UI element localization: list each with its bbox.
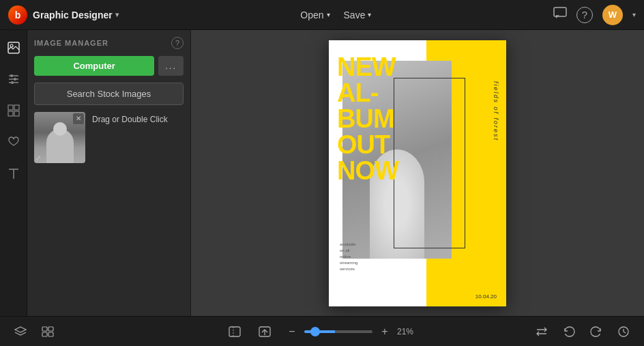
svg-rect-18 bbox=[48, 332, 53, 336]
svg-rect-9 bbox=[8, 105, 13, 110]
drag-label: Drag or Double Click bbox=[92, 112, 168, 124]
app-title[interactable]: Graphic Designer ▾ bbox=[33, 10, 119, 20]
zoom-slider[interactable] bbox=[304, 330, 372, 333]
toolbar-left bbox=[11, 322, 166, 341]
toolbar-right bbox=[478, 322, 633, 341]
svg-rect-15 bbox=[42, 327, 47, 331]
zoom-out-button[interactable]: − bbox=[285, 325, 299, 338]
open-button[interactable]: Open ▾ bbox=[300, 10, 330, 20]
panel-title: Image Manager bbox=[34, 39, 108, 47]
svg-point-8 bbox=[11, 81, 14, 84]
avatar-chevron[interactable]: ▾ bbox=[632, 11, 636, 18]
panel-button-row: Computer ... bbox=[34, 56, 184, 76]
left-panel: Image Manager ? Computer ... Search Stoc… bbox=[27, 30, 191, 316]
svg-rect-11 bbox=[8, 111, 13, 116]
thumbnail-expand-icon: ⤢ bbox=[35, 154, 41, 162]
zoom-in-button[interactable]: + bbox=[378, 325, 392, 338]
canvas-main-text: NEW AL- BUM OUT NOW bbox=[337, 54, 398, 184]
canvas-rect-outline bbox=[394, 78, 465, 248]
thumbnail-close-button[interactable]: ✕ bbox=[73, 113, 84, 124]
zoom-control: − + 21% bbox=[285, 325, 419, 338]
canvas-date-text: 10.04.20 bbox=[475, 293, 497, 300]
favorites-tool-button[interactable] bbox=[4, 132, 23, 152]
swap-button[interactable] bbox=[532, 322, 551, 341]
save-button[interactable]: Save ▾ bbox=[344, 10, 372, 20]
comment-button[interactable] bbox=[553, 7, 567, 23]
grid-tool-button[interactable] bbox=[4, 101, 23, 120]
svg-point-6 bbox=[10, 74, 13, 77]
topbar-right: ? W ▾ bbox=[553, 5, 636, 25]
canvas-background: NEW AL- BUM OUT NOW fields of forest ava… bbox=[329, 40, 506, 306]
svg-point-2 bbox=[10, 44, 13, 47]
main-area: Image Manager ? Computer ... Search Stoc… bbox=[0, 30, 644, 316]
svg-rect-10 bbox=[14, 105, 19, 110]
svg-rect-17 bbox=[42, 332, 47, 336]
avatar[interactable]: W bbox=[602, 5, 623, 25]
redo-button[interactable] bbox=[587, 322, 606, 341]
image-item-row: ✕ ⤢ Drag or Double Click bbox=[34, 112, 184, 163]
undo-button[interactable] bbox=[559, 322, 579, 341]
grid-view-button[interactable] bbox=[38, 322, 57, 341]
canvas-small-text: available on all online streaming servic… bbox=[340, 242, 357, 272]
toolbar-center: − + 21% bbox=[166, 322, 478, 341]
layers-button[interactable] bbox=[11, 322, 30, 341]
search-stock-button[interactable]: Search Stock Images bbox=[34, 83, 184, 105]
image-tool-button[interactable] bbox=[4, 38, 23, 57]
svg-rect-0 bbox=[554, 8, 566, 16]
bottom-toolbar: − + 21% bbox=[0, 316, 644, 346]
topbar-center: Open ▾ Save ▾ bbox=[119, 10, 553, 20]
svg-rect-16 bbox=[48, 327, 53, 331]
computer-button[interactable]: Computer bbox=[34, 56, 154, 76]
canvas-vertical-text: fields of forest bbox=[493, 81, 499, 141]
panel-header: Image Manager ? bbox=[34, 37, 184, 49]
text-tool-button[interactable] bbox=[4, 164, 23, 183]
frame-button[interactable] bbox=[225, 322, 244, 341]
canvas-wrapper[interactable]: NEW AL- BUM OUT NOW fields of forest ava… bbox=[329, 40, 506, 306]
svg-rect-19 bbox=[229, 327, 240, 336]
panel-help-button[interactable]: ? bbox=[171, 37, 184, 49]
history-button[interactable] bbox=[614, 322, 633, 341]
canvas-area: NEW AL- BUM OUT NOW fields of forest ava… bbox=[191, 30, 644, 316]
export-button[interactable] bbox=[255, 322, 274, 341]
app-logo[interactable]: b bbox=[8, 5, 27, 25]
more-button[interactable]: ... bbox=[158, 56, 184, 76]
svg-rect-12 bbox=[14, 111, 19, 116]
sliders-tool-button[interactable] bbox=[4, 70, 23, 89]
help-button[interactable]: ? bbox=[576, 7, 593, 23]
icon-bar bbox=[0, 30, 27, 316]
svg-point-7 bbox=[14, 78, 16, 81]
topbar: b Graphic Designer ▾ Open ▾ Save ▾ ? W ▾ bbox=[0, 0, 644, 30]
image-thumbnail[interactable]: ✕ ⤢ bbox=[34, 112, 85, 163]
zoom-percent: 21% bbox=[397, 327, 419, 336]
